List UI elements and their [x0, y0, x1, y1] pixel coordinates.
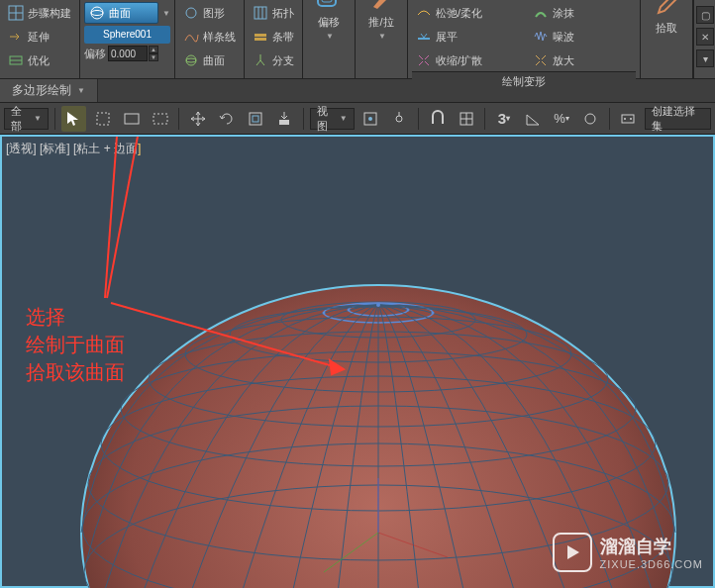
svg-rect-18 — [97, 113, 109, 125]
extend-label: 延伸 — [28, 30, 50, 45]
ribbon-controls: ▢ ✕ ▾ — [693, 0, 715, 78]
svg-rect-21 — [250, 113, 261, 125]
angle-snap-button[interactable] — [520, 106, 545, 132]
create-selset-dropdown[interactable]: 创建选择集 — [645, 108, 711, 130]
topology-button[interactable]: 拓扑 — [249, 2, 298, 24]
svg-rect-16 — [322, 0, 332, 2]
optimize-label: 优化 — [28, 53, 50, 68]
surface-button[interactable]: 曲面 — [84, 2, 158, 24]
svg-point-34 — [630, 118, 632, 120]
strip-button[interactable]: 条带 — [249, 26, 298, 48]
circle-icon — [183, 5, 199, 21]
svg-point-33 — [624, 118, 626, 120]
ribbon-minimize-icon[interactable]: ▢ — [696, 6, 714, 24]
topology-icon — [253, 5, 268, 21]
refcoord-dropdown[interactable]: 视图▼ — [310, 108, 355, 130]
ribbon-close-icon[interactable]: ✕ — [696, 28, 714, 46]
optimize-icon — [8, 52, 24, 68]
select-object-button[interactable] — [61, 106, 86, 132]
offset-big-button[interactable]: 偏移 ▼ — [307, 2, 351, 24]
topology-label: 拓扑 — [272, 6, 294, 21]
extend-icon — [8, 29, 24, 45]
strip-icon — [253, 29, 268, 45]
surface2-button[interactable]: 曲面 — [179, 49, 240, 71]
chevron-down-icon[interactable]: ▼ — [378, 32, 386, 41]
brush-icon — [367, 0, 395, 13]
noise-button[interactable]: 噪波 — [529, 26, 636, 48]
enlarge-button[interactable]: 放大 — [529, 49, 636, 71]
chevron-down-icon[interactable]: ▼ — [77, 86, 85, 95]
offset-big-icon — [315, 0, 343, 13]
surface-object-field[interactable]: Sphere001 — [84, 26, 170, 44]
rotate-button[interactable] — [215, 106, 240, 132]
percent-snap-button[interactable]: %▾ — [550, 106, 574, 132]
annotation-text: 选择 绘制于曲面 拾取该曲面 — [26, 303, 125, 386]
smudge-icon — [533, 5, 549, 21]
move-button[interactable] — [185, 106, 210, 132]
pushpull-label: 推/拉 — [368, 15, 393, 30]
step-build-label: 步骤构建 — [28, 6, 71, 21]
eyedropper-icon — [653, 0, 680, 19]
viewport[interactable]: [透视] [标准] [粘土 + 边面] — [0, 135, 715, 588]
select-crossing-icon[interactable] — [148, 106, 172, 132]
svg-rect-13 — [255, 34, 266, 37]
svg-line-60 — [111, 303, 344, 369]
pushpull-button[interactable]: 推/拉 ▼ — [359, 2, 403, 24]
ribbon-group-shapes: 图形 样条线 曲面 — [175, 0, 245, 78]
spline-button[interactable]: 样条线 — [179, 26, 240, 48]
ribbon-group-deform: 松弛/柔化 涂抹 展平 噪波 收缩/扩散 放大 绘制变形 — [408, 0, 641, 78]
filter-dropdown[interactable]: 全部▼ — [4, 108, 49, 130]
offset-spinner[interactable]: ▲▼ — [108, 46, 158, 61]
optimize-button[interactable]: 优化 — [4, 49, 75, 71]
pick-label: 拾取 — [656, 21, 677, 36]
ribbon: 步骤构建 延伸 优化 曲面 ▼ Sphere001 偏移 — [0, 0, 715, 79]
pivot-button[interactable] — [358, 106, 383, 132]
relax-button[interactable]: 松弛/柔化 — [412, 2, 519, 24]
flatten-button[interactable]: 展平 — [412, 26, 519, 48]
chevron-down-icon[interactable]: ▼ — [162, 9, 170, 18]
svg-point-31 — [585, 114, 595, 124]
surface-label: 曲面 — [109, 6, 131, 21]
spinner-snap-button[interactable] — [578, 106, 603, 132]
snap-3-button[interactable]: 3▾ — [491, 106, 516, 132]
watermark-url: ZIXUE.3D66.COM — [600, 558, 703, 570]
surface-sm-icon — [183, 52, 199, 68]
scale-button[interactable] — [244, 106, 268, 132]
pick-button[interactable]: 拾取 — [645, 2, 688, 24]
branch-label: 分支 — [272, 53, 294, 68]
svg-marker-62 — [567, 545, 579, 559]
svg-marker-61 — [330, 360, 344, 374]
offset-input[interactable] — [108, 46, 148, 61]
svg-point-26 — [396, 116, 402, 122]
step-build-button[interactable]: 步骤构建 — [4, 2, 75, 24]
chevron-down-icon[interactable]: ▼ — [326, 32, 334, 41]
spin-down-icon[interactable]: ▼ — [149, 53, 158, 61]
snap-toggle-button[interactable] — [425, 106, 450, 132]
named-selset-button[interactable] — [616, 106, 641, 132]
ribbon-group-build: 步骤构建 延伸 优化 — [0, 0, 80, 78]
ribbon-group-pick: 拾取 — [641, 0, 693, 78]
branch-button[interactable]: 分支 — [249, 49, 298, 71]
spline-icon — [183, 29, 199, 45]
svg-point-6 — [91, 11, 103, 16]
graphic-button[interactable]: 图形 — [179, 2, 240, 24]
noise-icon — [533, 29, 549, 45]
tab-polydraw[interactable]: 多边形绘制 ▼ — [0, 79, 98, 102]
svg-point-5 — [91, 7, 103, 19]
svg-rect-19 — [125, 114, 139, 124]
watermark-brand: 溜溜自学 — [600, 535, 703, 558]
select-window-icon[interactable] — [119, 106, 144, 132]
placement-button[interactable] — [272, 106, 297, 132]
spin-up-icon[interactable]: ▲ — [149, 46, 158, 53]
shrink-expand-button[interactable]: 收缩/扩散 — [412, 49, 519, 71]
play-icon — [553, 533, 592, 572]
extend-button[interactable]: 延伸 — [4, 26, 75, 48]
manipulate-button[interactable] — [387, 106, 412, 132]
enlarge-icon — [533, 52, 549, 68]
smudge-button[interactable]: 涂抹 — [529, 2, 636, 24]
snap-grid-button[interactable] — [454, 106, 478, 132]
ribbon-help-icon[interactable]: ▾ — [696, 49, 714, 67]
svg-point-8 — [186, 55, 196, 65]
select-rect-icon[interactable] — [90, 106, 115, 132]
ribbon-group-topo: 拓扑 条带 分支 — [245, 0, 303, 78]
